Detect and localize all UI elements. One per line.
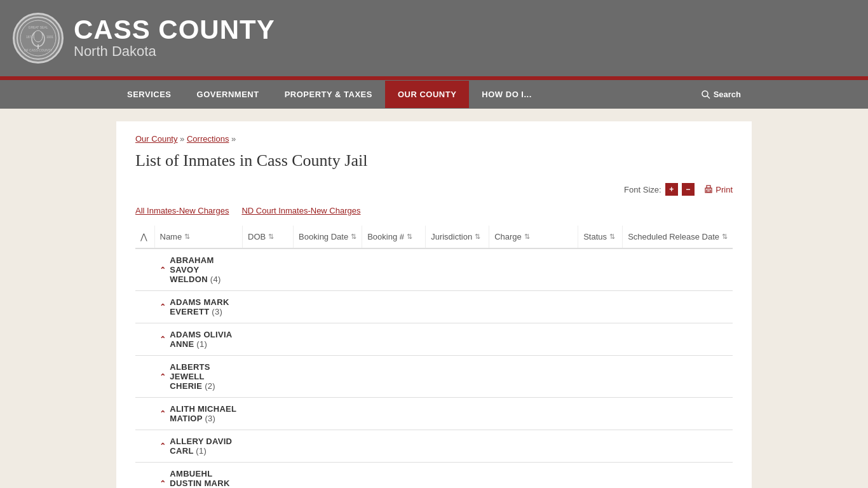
row-name-cell: ⌃ ADAMS OLIVIA ANNE (1) [154,323,243,356]
row-status [578,398,623,430]
row-release-date [623,398,733,430]
row-jurisdiction [426,323,489,356]
inmate-tabs: All Inmates-New Charges ND Court Inmates… [135,206,733,215]
nav-government[interactable]: GOVERNMENT [184,81,272,108]
table-row[interactable]: ⌃ ABRAHAM SAVOY WELDON (4) [135,248,733,291]
row-booking-num [362,430,426,463]
col-header-jurisdiction[interactable]: Jurisdiction ⇅ [426,226,489,248]
breadcrumb-corrections[interactable]: Corrections [187,134,229,144]
row-count: (1) [196,339,207,349]
sort-icon-name: ⇅ [184,233,190,241]
row-booking-num [362,323,426,356]
page-title: List of Inmates in Cass County Jail [135,151,733,170]
table-row[interactable]: ⌃ ALITH MICHAEL MATIOP (3) [135,398,733,430]
row-jurisdiction [426,248,489,291]
svg-point-9 [702,91,708,97]
row-name: ABRAHAM SAVOY WELDON (4) [170,255,237,284]
table-row[interactable]: ⌃ ADAMS OLIVIA ANNE (1) [135,323,733,356]
main-content: Our County » Corrections » List of Inmat… [116,121,752,488]
inmate-table: ⋀ Name ⇅ DOB ⇅ [135,226,733,488]
row-chevron-0[interactable]: ⌃ [159,266,166,274]
row-booking-date [294,323,362,356]
print-button[interactable]: Print [704,185,733,194]
font-increase-button[interactable]: + [665,183,678,196]
font-decrease-button[interactable]: − [682,183,695,196]
nav-search[interactable]: Search [689,81,754,108]
svg-text:1931: 1931 [46,35,53,39]
row-charge [489,248,578,291]
row-jurisdiction [426,291,489,323]
row-name: ALBERTS JEWELL CHERIE (2) [170,362,237,391]
nav-how-do-i[interactable]: HOW DO I... [469,81,544,108]
row-dob [243,463,294,489]
table-row[interactable]: ⌃ ALLERY DAVID CARL (1) [135,430,733,463]
sort-icon-booking-date: ⇅ [351,233,356,241]
row-booking-date [294,291,362,323]
row-expand-cell [135,291,154,323]
nav-property-taxes[interactable]: PROPERTY & TAXES [272,81,385,108]
row-dob [243,398,294,430]
row-jurisdiction [426,398,489,430]
row-status [578,356,623,398]
row-expand-cell [135,463,154,489]
county-state: North Dakota [74,43,275,60]
county-name: CASS COUNTY [74,17,275,43]
breadcrumb-our-county[interactable]: Our County [135,134,177,144]
row-release-date [623,463,733,489]
row-chevron-3[interactable]: ⌃ [159,372,166,381]
table-header: ⋀ Name ⇅ DOB ⇅ [135,226,733,248]
col-header-charge[interactable]: Charge ⇅ [489,226,578,248]
col-header-name[interactable]: Name ⇅ [154,226,243,248]
table-row[interactable]: ⌃ ADAMS MARK EVERETT (3) [135,291,733,323]
main-nav: SERVICES GOVERNMENT PROPERTY & TAXES OUR… [0,78,868,109]
row-name: ALLERY DAVID CARL (1) [170,437,237,456]
svg-line-10 [707,96,710,98]
col-header-release-date[interactable]: Scheduled Release Date ⇅ [623,226,733,248]
table-row[interactable]: ⌃ ALBERTS JEWELL CHERIE (2) [135,356,733,398]
row-expand-cell [135,430,154,463]
row-charge [489,463,578,489]
row-chevron-4[interactable]: ⌃ [159,409,166,418]
col-header-chevron[interactable]: ⋀ [135,226,154,248]
row-status [578,430,623,463]
row-charge [489,291,578,323]
row-chevron-2[interactable]: ⌃ [159,335,166,344]
sort-icon-booking-num: ⇅ [407,233,412,241]
row-name-cell: ⌃ ALITH MICHAEL MATIOP (3) [154,398,243,430]
search-label: Search [714,90,741,99]
col-header-dob[interactable]: DOB ⇅ [243,226,294,248]
row-count: (1) [196,446,207,456]
row-expand-cell [135,398,154,430]
logo-area: GREAT SEAL OF CASS COUNTY 1871 1931 CASS… [13,13,275,64]
row-expand-cell [135,356,154,398]
row-release-date [623,430,733,463]
tab-all-inmates[interactable]: All Inmates-New Charges [135,206,229,215]
search-icon [702,90,710,99]
col-header-booking-number[interactable]: Booking # ⇅ [362,226,426,248]
row-chevron-6[interactable]: ⌃ [159,479,166,488]
row-charge [489,398,578,430]
row-chevron-1[interactable]: ⌃ [159,302,166,311]
row-release-date [623,323,733,356]
row-booking-date [294,463,362,489]
tab-nd-court-inmates[interactable]: ND Court Inmates-New Charges [241,206,360,215]
row-dob [243,323,294,356]
county-title: CASS COUNTY North Dakota [74,17,275,60]
col-header-status[interactable]: Status ⇅ [578,226,623,248]
row-dob [243,248,294,291]
row-name: ADAMS MARK EVERETT (3) [170,297,237,316]
print-icon [704,185,713,194]
row-name-cell: ⌃ ALBERTS JEWELL CHERIE (2) [154,356,243,398]
row-name: ADAMS OLIVIA ANNE (1) [170,330,237,349]
row-chevron-5[interactable]: ⌃ [159,442,166,451]
row-booking-num [362,463,426,489]
row-name-cell: ⌃ ABRAHAM SAVOY WELDON (4) [154,248,243,291]
row-dob [243,430,294,463]
nav-our-county[interactable]: OUR COUNTY [385,81,469,108]
col-header-booking-date[interactable]: Booking Date ⇅ [294,226,362,248]
row-booking-date [294,248,362,291]
nav-services[interactable]: SERVICES [114,81,184,108]
sort-icon-dob: ⇅ [268,233,274,241]
row-dob [243,291,294,323]
table-row[interactable]: ⌃ AMBUEHL DUSTIN MARK (9) [135,463,733,489]
